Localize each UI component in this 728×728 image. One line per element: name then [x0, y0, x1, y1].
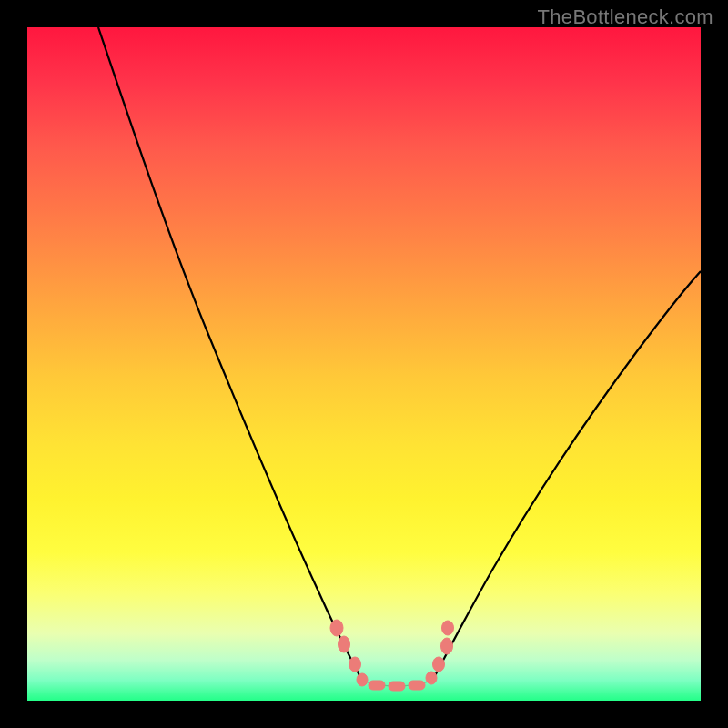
svg-point-8 — [433, 657, 445, 672]
svg-rect-6 — [409, 681, 425, 690]
svg-point-0 — [330, 620, 343, 636]
svg-point-9 — [441, 638, 453, 654]
watermark-text: TheBottleneck.com — [538, 5, 713, 29]
curve-right — [432, 271, 701, 681]
svg-rect-5 — [389, 682, 405, 691]
svg-rect-4 — [369, 681, 385, 690]
curve-left — [98, 27, 362, 681]
svg-point-1 — [339, 636, 350, 652]
svg-point-7 — [426, 672, 437, 684]
svg-point-2 — [349, 657, 361, 672]
svg-point-3 — [357, 673, 368, 686]
svg-point-10 — [442, 621, 454, 635]
chart-svg — [27, 27, 701, 701]
chart-plot-area — [27, 27, 701, 701]
chart-frame: TheBottleneck.com — [0, 0, 728, 728]
